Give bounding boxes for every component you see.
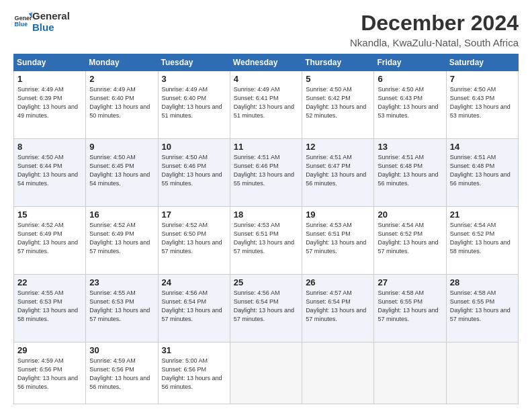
day-info: Sunrise: 4:56 AMSunset: 6:54 PMDaylight:…: [162, 289, 226, 324]
day-info: Sunrise: 4:52 AMSunset: 6:50 PMDaylight:…: [162, 221, 226, 256]
day-info: Sunrise: 4:49 AMSunset: 6:39 PMDaylight:…: [17, 85, 82, 120]
month-title: December 2024: [350, 11, 519, 36]
calendar-table: SundayMondayTuesdayWednesdayThursdayFrid…: [13, 54, 519, 404]
calendar-cell: 17Sunrise: 4:52 AMSunset: 6:50 PMDayligh…: [158, 207, 230, 275]
dow-header-monday: Monday: [86, 54, 158, 71]
day-number: 24: [162, 277, 226, 287]
day-number: 27: [378, 277, 442, 287]
day-number: 29: [17, 345, 82, 355]
day-number: 19: [306, 210, 370, 220]
day-info: Sunrise: 5:00 AMSunset: 6:56 PMDaylight:…: [162, 357, 226, 392]
day-number: 14: [450, 142, 515, 152]
day-number: 10: [162, 142, 226, 152]
calendar-cell: 2Sunrise: 4:49 AMSunset: 6:40 PMDaylight…: [86, 71, 158, 139]
location-title: Nkandla, KwaZulu-Natal, South Africa: [350, 37, 519, 48]
day-number: 7: [450, 74, 515, 84]
day-number: 22: [17, 277, 82, 287]
day-number: 21: [450, 210, 515, 220]
calendar-cell: 10Sunrise: 4:50 AMSunset: 6:46 PMDayligh…: [158, 139, 230, 207]
svg-text:General: General: [14, 14, 32, 21]
calendar-cell: 4Sunrise: 4:49 AMSunset: 6:41 PMDaylight…: [230, 71, 302, 139]
day-info: Sunrise: 4:51 AMSunset: 6:47 PMDaylight:…: [306, 153, 370, 188]
calendar-cell: 22Sunrise: 4:55 AMSunset: 6:53 PMDayligh…: [14, 275, 86, 342]
day-info: Sunrise: 4:51 AMSunset: 6:48 PMDaylight:…: [378, 153, 442, 188]
day-info: Sunrise: 4:49 AMSunset: 6:41 PMDaylight:…: [234, 85, 298, 120]
day-number: 5: [306, 74, 370, 84]
title-block: December 2024 Nkandla, KwaZulu-Natal, So…: [350, 11, 519, 48]
day-number: 2: [89, 74, 154, 84]
calendar-cell: 1Sunrise: 4:49 AMSunset: 6:39 PMDaylight…: [14, 71, 86, 139]
calendar-cell: 26Sunrise: 4:57 AMSunset: 6:54 PMDayligh…: [302, 275, 374, 342]
day-number: 16: [89, 210, 154, 220]
calendar-cell: 29Sunrise: 4:59 AMSunset: 6:56 PMDayligh…: [14, 342, 86, 404]
logo: General Blue General Blue: [13, 11, 70, 33]
day-info: Sunrise: 4:52 AMSunset: 6:49 PMDaylight:…: [89, 221, 154, 256]
calendar-cell: [374, 342, 446, 404]
day-number: 20: [378, 210, 442, 220]
day-info: Sunrise: 4:55 AMSunset: 6:53 PMDaylight:…: [89, 289, 154, 324]
day-number: 4: [234, 74, 298, 84]
day-number: 3: [162, 74, 226, 84]
calendar-cell: 19Sunrise: 4:53 AMSunset: 6:51 PMDayligh…: [302, 207, 374, 275]
day-number: 17: [162, 210, 226, 220]
logo-general-text: General: [32, 11, 70, 22]
calendar-cell: 8Sunrise: 4:50 AMSunset: 6:44 PMDaylight…: [14, 139, 86, 207]
day-info: Sunrise: 4:50 AMSunset: 6:43 PMDaylight:…: [378, 85, 442, 120]
day-info: Sunrise: 4:49 AMSunset: 6:40 PMDaylight:…: [162, 85, 226, 120]
svg-text:Blue: Blue: [14, 21, 28, 28]
day-number: 12: [306, 142, 370, 152]
day-info: Sunrise: 4:53 AMSunset: 6:51 PMDaylight:…: [306, 221, 370, 256]
day-number: 1: [17, 74, 82, 84]
calendar-cell: 20Sunrise: 4:54 AMSunset: 6:52 PMDayligh…: [374, 207, 446, 275]
calendar-cell: [302, 342, 374, 404]
day-info: Sunrise: 4:54 AMSunset: 6:52 PMDaylight:…: [378, 221, 442, 256]
logo-icon: General Blue: [13, 11, 32, 30]
day-info: Sunrise: 4:55 AMSunset: 6:53 PMDaylight:…: [17, 289, 82, 324]
day-info: Sunrise: 4:53 AMSunset: 6:51 PMDaylight:…: [234, 221, 298, 256]
day-info: Sunrise: 4:51 AMSunset: 6:48 PMDaylight:…: [450, 153, 515, 188]
day-info: Sunrise: 4:59 AMSunset: 6:56 PMDaylight:…: [17, 357, 82, 392]
dow-header-saturday: Saturday: [446, 54, 518, 71]
dow-header-tuesday: Tuesday: [158, 54, 230, 71]
calendar-cell: 6Sunrise: 4:50 AMSunset: 6:43 PMDaylight…: [374, 71, 446, 139]
day-number: 26: [306, 277, 370, 287]
calendar-cell: 16Sunrise: 4:52 AMSunset: 6:49 PMDayligh…: [86, 207, 158, 275]
day-info: Sunrise: 4:50 AMSunset: 6:45 PMDaylight:…: [89, 153, 154, 188]
calendar-cell: 9Sunrise: 4:50 AMSunset: 6:45 PMDaylight…: [86, 139, 158, 207]
calendar-cell: [446, 342, 518, 404]
day-number: 28: [450, 277, 515, 287]
calendar-cell: 15Sunrise: 4:52 AMSunset: 6:49 PMDayligh…: [14, 207, 86, 275]
day-number: 18: [234, 210, 298, 220]
logo-blue-text: Blue: [32, 22, 70, 34]
day-info: Sunrise: 4:50 AMSunset: 6:42 PMDaylight:…: [306, 85, 370, 120]
calendar-cell: 21Sunrise: 4:54 AMSunset: 6:52 PMDayligh…: [446, 207, 518, 275]
calendar-cell: 23Sunrise: 4:55 AMSunset: 6:53 PMDayligh…: [86, 275, 158, 342]
day-number: 13: [378, 142, 442, 152]
day-number: 30: [89, 345, 154, 355]
dow-header-friday: Friday: [374, 54, 446, 71]
calendar-cell: 14Sunrise: 4:51 AMSunset: 6:48 PMDayligh…: [446, 139, 518, 207]
calendar-cell: 31Sunrise: 5:00 AMSunset: 6:56 PMDayligh…: [158, 342, 230, 404]
calendar-cell: 13Sunrise: 4:51 AMSunset: 6:48 PMDayligh…: [374, 139, 446, 207]
day-info: Sunrise: 4:58 AMSunset: 6:55 PMDaylight:…: [450, 289, 515, 324]
day-number: 31: [162, 345, 226, 355]
calendar-cell: 24Sunrise: 4:56 AMSunset: 6:54 PMDayligh…: [158, 275, 230, 342]
day-info: Sunrise: 4:50 AMSunset: 6:44 PMDaylight:…: [17, 153, 82, 188]
day-info: Sunrise: 4:49 AMSunset: 6:40 PMDaylight:…: [89, 85, 154, 120]
day-number: 23: [89, 277, 154, 287]
day-info: Sunrise: 4:59 AMSunset: 6:56 PMDaylight:…: [89, 357, 154, 392]
day-info: Sunrise: 4:57 AMSunset: 6:54 PMDaylight:…: [306, 289, 370, 324]
calendar-cell: 28Sunrise: 4:58 AMSunset: 6:55 PMDayligh…: [446, 275, 518, 342]
calendar-cell: 12Sunrise: 4:51 AMSunset: 6:47 PMDayligh…: [302, 139, 374, 207]
day-number: 6: [378, 74, 442, 84]
day-info: Sunrise: 4:56 AMSunset: 6:54 PMDaylight:…: [234, 289, 298, 324]
day-number: 8: [17, 142, 82, 152]
day-info: Sunrise: 4:54 AMSunset: 6:52 PMDaylight:…: [450, 221, 515, 256]
dow-header-wednesday: Wednesday: [230, 54, 302, 71]
calendar-cell: 5Sunrise: 4:50 AMSunset: 6:42 PMDaylight…: [302, 71, 374, 139]
calendar-cell: 11Sunrise: 4:51 AMSunset: 6:46 PMDayligh…: [230, 139, 302, 207]
day-info: Sunrise: 4:50 AMSunset: 6:46 PMDaylight:…: [162, 153, 226, 188]
day-number: 11: [234, 142, 298, 152]
day-number: 25: [234, 277, 298, 287]
calendar-cell: 3Sunrise: 4:49 AMSunset: 6:40 PMDaylight…: [158, 71, 230, 139]
